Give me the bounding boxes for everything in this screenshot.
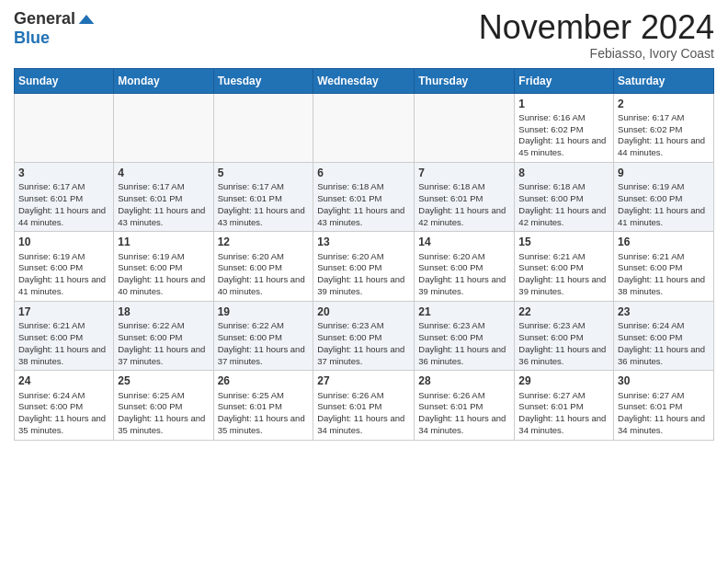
header: General Blue November 2024 Febiasso, Ivo… [14, 9, 714, 61]
calendar-cell-w4-d2: 18Sunrise: 6:22 AM Sunset: 6:00 PM Dayli… [114, 301, 213, 370]
day-number: 25 [118, 373, 209, 388]
calendar-cell-w2-d6: 8Sunrise: 6:18 AM Sunset: 6:00 PM Daylig… [515, 163, 614, 232]
title-section: November 2024 Febiasso, Ivory Coast [479, 9, 714, 61]
day-info: Sunrise: 6:23 AM Sunset: 6:00 PM Dayligh… [418, 320, 510, 367]
calendar-cell-w3-d5: 14Sunrise: 6:20 AM Sunset: 6:00 PM Dayli… [415, 232, 515, 301]
calendar-cell-w5-d3: 26Sunrise: 6:25 AM Sunset: 6:01 PM Dayli… [213, 371, 313, 440]
calendar-week-4: 17Sunrise: 6:21 AM Sunset: 6:00 PM Dayli… [15, 301, 714, 370]
day-info: Sunrise: 6:22 AM Sunset: 6:00 PM Dayligh… [118, 320, 209, 367]
calendar-cell-w3-d1: 10Sunrise: 6:19 AM Sunset: 6:00 PM Dayli… [15, 232, 114, 301]
day-info: Sunrise: 6:20 AM Sunset: 6:00 PM Dayligh… [418, 251, 510, 298]
day-info: Sunrise: 6:27 AM Sunset: 6:01 PM Dayligh… [518, 390, 609, 437]
calendar-cell-w3-d2: 11Sunrise: 6:19 AM Sunset: 6:00 PM Dayli… [114, 232, 213, 301]
location-subtitle: Febiasso, Ivory Coast [479, 46, 714, 61]
calendar-cell-w4-d6: 22Sunrise: 6:23 AM Sunset: 6:00 PM Dayli… [515, 301, 614, 370]
calendar-cell-w2-d3: 5Sunrise: 6:17 AM Sunset: 6:01 PM Daylig… [213, 163, 313, 232]
day-info: Sunrise: 6:17 AM Sunset: 6:02 PM Dayligh… [618, 112, 710, 159]
day-info: Sunrise: 6:21 AM Sunset: 6:00 PM Dayligh… [18, 320, 109, 367]
logo: General Blue [14, 9, 96, 48]
header-wednesday: Wednesday [313, 68, 415, 93]
calendar-cell-w5-d6: 29Sunrise: 6:27 AM Sunset: 6:01 PM Dayli… [515, 371, 614, 440]
calendar-cell-w1-d4 [313, 93, 415, 162]
day-info: Sunrise: 6:18 AM Sunset: 6:01 PM Dayligh… [317, 181, 410, 228]
header-saturday: Saturday [614, 68, 714, 93]
calendar-cell-w5-d1: 24Sunrise: 6:24 AM Sunset: 6:00 PM Dayli… [15, 371, 114, 440]
calendar-cell-w2-d7: 9Sunrise: 6:19 AM Sunset: 6:00 PM Daylig… [614, 163, 714, 232]
day-number: 1 [518, 97, 609, 111]
day-number: 28 [418, 373, 510, 388]
day-info: Sunrise: 6:20 AM Sunset: 6:00 PM Dayligh… [317, 251, 410, 298]
calendar-cell-w1-d2 [114, 93, 213, 162]
day-number: 5 [218, 166, 310, 180]
day-number: 10 [18, 235, 109, 249]
calendar-cell-w3-d4: 13Sunrise: 6:20 AM Sunset: 6:00 PM Dayli… [313, 232, 415, 301]
day-info: Sunrise: 6:19 AM Sunset: 6:00 PM Dayligh… [18, 251, 109, 298]
day-info: Sunrise: 6:18 AM Sunset: 6:01 PM Dayligh… [418, 181, 510, 228]
header-friday: Friday [515, 68, 614, 93]
header-monday: Monday [114, 68, 213, 93]
day-info: Sunrise: 6:23 AM Sunset: 6:00 PM Dayligh… [518, 320, 609, 367]
day-info: Sunrise: 6:20 AM Sunset: 6:00 PM Dayligh… [218, 251, 310, 298]
logo-blue-text: Blue [14, 29, 50, 48]
day-number: 29 [518, 373, 609, 388]
day-number: 14 [418, 235, 510, 249]
day-number: 13 [317, 235, 410, 249]
calendar-cell-w4-d3: 19Sunrise: 6:22 AM Sunset: 6:00 PM Dayli… [213, 301, 313, 370]
day-number: 22 [518, 304, 609, 319]
calendar-cell-w3-d3: 12Sunrise: 6:20 AM Sunset: 6:00 PM Dayli… [213, 232, 313, 301]
calendar-cell-w5-d7: 30Sunrise: 6:27 AM Sunset: 6:01 PM Dayli… [614, 371, 714, 440]
day-info: Sunrise: 6:26 AM Sunset: 6:01 PM Dayligh… [317, 390, 410, 437]
calendar-cell-w2-d5: 7Sunrise: 6:18 AM Sunset: 6:01 PM Daylig… [415, 163, 515, 232]
day-info: Sunrise: 6:18 AM Sunset: 6:00 PM Dayligh… [518, 181, 609, 228]
calendar-week-5: 24Sunrise: 6:24 AM Sunset: 6:00 PM Dayli… [15, 371, 714, 440]
calendar-cell-w5-d2: 25Sunrise: 6:25 AM Sunset: 6:00 PM Dayli… [114, 371, 213, 440]
day-info: Sunrise: 6:16 AM Sunset: 6:02 PM Dayligh… [518, 112, 609, 159]
calendar-cell-w5-d4: 27Sunrise: 6:26 AM Sunset: 6:01 PM Dayli… [313, 371, 415, 440]
day-number: 23 [618, 304, 710, 319]
day-number: 11 [118, 235, 209, 249]
header-tuesday: Tuesday [213, 68, 313, 93]
calendar-cell-w4-d4: 20Sunrise: 6:23 AM Sunset: 6:00 PM Dayli… [313, 301, 415, 370]
day-number: 24 [18, 373, 109, 388]
calendar-cell-w3-d6: 15Sunrise: 6:21 AM Sunset: 6:00 PM Dayli… [515, 232, 614, 301]
svg-marker-0 [79, 15, 95, 24]
month-title: November 2024 [479, 9, 714, 46]
calendar-cell-w5-d5: 28Sunrise: 6:26 AM Sunset: 6:01 PM Dayli… [415, 371, 515, 440]
day-number: 27 [317, 373, 410, 388]
day-number: 30 [618, 373, 710, 388]
day-number: 17 [18, 304, 109, 319]
day-number: 12 [218, 235, 310, 249]
day-number: 8 [518, 166, 609, 180]
calendar-cell-w2-d1: 3Sunrise: 6:17 AM Sunset: 6:01 PM Daylig… [15, 163, 114, 232]
day-number: 15 [518, 235, 609, 249]
logo-general-text: General [14, 9, 75, 29]
calendar-cell-w4-d7: 23Sunrise: 6:24 AM Sunset: 6:00 PM Dayli… [614, 301, 714, 370]
day-info: Sunrise: 6:19 AM Sunset: 6:00 PM Dayligh… [118, 251, 209, 298]
day-info: Sunrise: 6:24 AM Sunset: 6:00 PM Dayligh… [18, 390, 109, 437]
day-info: Sunrise: 6:19 AM Sunset: 6:00 PM Dayligh… [618, 181, 710, 228]
calendar-week-1: 1Sunrise: 6:16 AM Sunset: 6:02 PM Daylig… [15, 93, 714, 162]
calendar-cell-w1-d5 [415, 93, 515, 162]
day-number: 3 [18, 166, 109, 180]
calendar-cell-w4-d5: 21Sunrise: 6:23 AM Sunset: 6:00 PM Dayli… [415, 301, 515, 370]
day-number: 16 [618, 235, 710, 249]
day-info: Sunrise: 6:17 AM Sunset: 6:01 PM Dayligh… [218, 181, 310, 228]
calendar-cell-w4-d1: 17Sunrise: 6:21 AM Sunset: 6:00 PM Dayli… [15, 301, 114, 370]
calendar-cell-w1-d7: 2Sunrise: 6:17 AM Sunset: 6:02 PM Daylig… [614, 93, 714, 162]
day-info: Sunrise: 6:24 AM Sunset: 6:00 PM Dayligh… [618, 320, 710, 367]
day-number: 6 [317, 166, 410, 180]
calendar-cell-w2-d2: 4Sunrise: 6:17 AM Sunset: 6:01 PM Daylig… [114, 163, 213, 232]
day-info: Sunrise: 6:25 AM Sunset: 6:00 PM Dayligh… [118, 390, 209, 437]
calendar-cell-w2-d4: 6Sunrise: 6:18 AM Sunset: 6:01 PM Daylig… [313, 163, 415, 232]
calendar-header-row: Sunday Monday Tuesday Wednesday Thursday… [15, 68, 714, 93]
day-number: 26 [218, 373, 310, 388]
day-info: Sunrise: 6:21 AM Sunset: 6:00 PM Dayligh… [618, 251, 710, 298]
day-info: Sunrise: 6:23 AM Sunset: 6:00 PM Dayligh… [317, 320, 410, 367]
day-info: Sunrise: 6:26 AM Sunset: 6:01 PM Dayligh… [418, 390, 510, 437]
day-number: 2 [618, 97, 710, 111]
day-number: 21 [418, 304, 510, 319]
day-number: 9 [618, 166, 710, 180]
day-info: Sunrise: 6:27 AM Sunset: 6:01 PM Dayligh… [618, 390, 710, 437]
day-number: 18 [118, 304, 209, 319]
day-number: 7 [418, 166, 510, 180]
